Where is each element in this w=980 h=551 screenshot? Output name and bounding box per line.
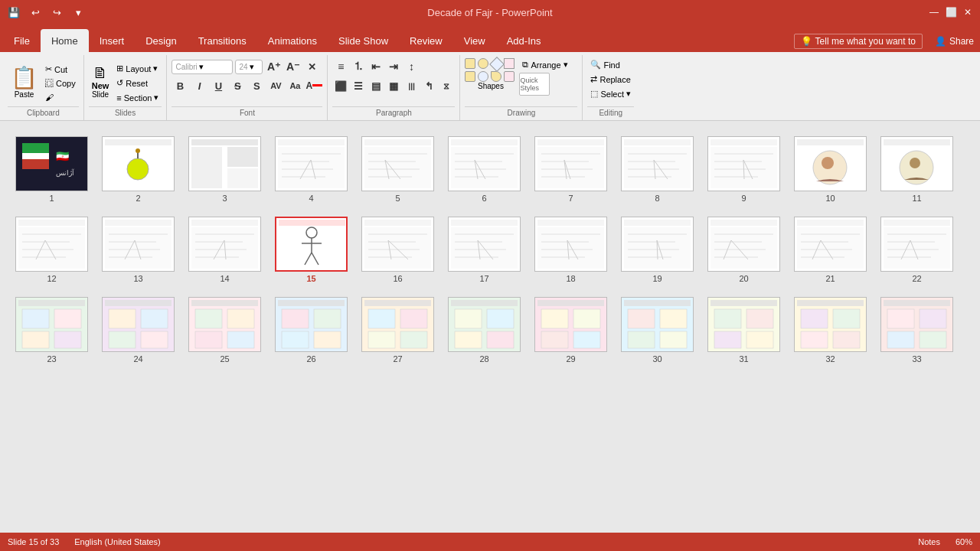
tab-transitions[interactable]: Transitions (188, 29, 257, 52)
tab-design[interactable]: Design (135, 29, 187, 52)
slide-thumb-13[interactable]: 13 (102, 217, 175, 283)
bold-button[interactable]: B (172, 77, 188, 94)
increase-font-button[interactable]: A⁺ (265, 58, 282, 75)
slide-thumb-20[interactable]: 20 (707, 217, 780, 283)
svg-rect-172 (400, 331, 427, 348)
svg-rect-38 (537, 139, 604, 145)
replace-button[interactable]: ⇄ Replace (587, 73, 634, 86)
slide-thumb-14[interactable]: 14 (188, 217, 261, 283)
ribbon-group-font: Calibri ▾ 24 ▾ A⁺ A⁻ ✕ B I U S S AV Aa A (167, 55, 328, 120)
customize-icon[interactable]: ▾ (70, 5, 86, 20)
italic-button[interactable]: I (191, 77, 207, 94)
slide-thumb-8[interactable]: 8 (621, 136, 694, 203)
section-button[interactable]: ≡ Section ▾ (113, 91, 162, 104)
slide-thumb-27[interactable]: 27 (361, 297, 434, 364)
underline-button[interactable]: U (210, 77, 227, 94)
paste-button[interactable]: 📋 Paste (8, 64, 41, 100)
slide-thumb-22[interactable]: 22 (880, 217, 953, 283)
slide-thumb-18[interactable]: 18 (534, 217, 607, 283)
reset-button[interactable]: ↺ Reset (113, 77, 162, 90)
font-color-button[interactable]: A (305, 77, 322, 94)
slide-content-21 (795, 217, 866, 271)
slide-thumb-30[interactable]: 30 (621, 297, 694, 364)
change-case-button[interactable]: Aa (286, 77, 303, 94)
slide-thumb-6[interactable]: 6 (448, 136, 521, 203)
font-name-box[interactable]: Calibri ▾ (172, 60, 233, 74)
slide-thumb-29[interactable]: 29 (534, 297, 607, 364)
slide-thumb-5[interactable]: 5 (361, 136, 434, 203)
tell-me-box[interactable]: 💡 Tell me what you want to (794, 34, 923, 49)
restore-button[interactable]: ⬜ (945, 6, 957, 18)
slide-thumb-7[interactable]: 7 (534, 136, 607, 203)
slide-thumb-4[interactable]: 4 (275, 136, 348, 203)
slide-thumb-31[interactable]: 31 (707, 297, 780, 364)
slide-thumb-15[interactable]: 15 (275, 217, 348, 283)
minimize-button[interactable]: — (928, 6, 940, 18)
line-spacing-button[interactable]: ↕ (403, 58, 420, 75)
find-button[interactable]: 🔍 Find (587, 58, 634, 71)
tab-animations[interactable]: Animations (257, 29, 328, 52)
tab-slideshow[interactable]: Slide Show (328, 29, 399, 52)
tab-addins[interactable]: Add-Ins (496, 29, 552, 52)
slide-thumb-26[interactable]: 26 (275, 297, 348, 364)
layout-button[interactable]: ⊞ Layout ▾ (113, 62, 162, 75)
tab-insert[interactable]: Insert (89, 29, 136, 52)
columns-button[interactable]: ⫼ (403, 77, 420, 94)
slide-thumb-3[interactable]: 3 (188, 136, 261, 203)
font-size-box[interactable]: 24 ▾ (235, 60, 263, 74)
notes-button[interactable]: Notes (918, 537, 940, 546)
tab-home[interactable]: Home (41, 29, 89, 52)
slide-thumb-9[interactable]: 9 (707, 136, 780, 203)
tab-view[interactable]: View (453, 29, 496, 52)
quick-styles-button[interactable]: Quick Styles (519, 73, 550, 96)
format-painter-button[interactable]: 🖌 (42, 91, 79, 103)
slide-thumb-23[interactable]: 23 (15, 297, 88, 364)
align-left-button[interactable]: ⬛ (332, 77, 349, 94)
cut-button[interactable]: ✂ Cut (42, 63, 79, 76)
arrange-button[interactable]: ⧉ Arrange ▾ (519, 58, 570, 71)
slide-thumb-1[interactable]: 🇮🇷 آژانس 1 (15, 136, 88, 203)
align-right-button[interactable]: ▤ (368, 77, 384, 94)
new-slide-button[interactable]: 🗎 New Slide (89, 63, 113, 100)
bullets-button[interactable]: ≡ (332, 58, 349, 75)
copy-label: Copy (56, 79, 76, 88)
slide-thumb-16[interactable]: 16 (361, 217, 434, 283)
slide-thumb-17[interactable]: 17 (448, 217, 521, 283)
slide-thumb-19[interactable]: 19 (621, 217, 694, 283)
slide-thumb-33[interactable]: 33 (880, 297, 953, 364)
slide-thumb-24[interactable]: 24 (102, 297, 175, 364)
slide-thumb-28[interactable]: 28 (448, 297, 521, 364)
window-title: Decade of Fajr - PowerPoint (427, 7, 552, 18)
undo-icon[interactable]: ↩ (28, 5, 43, 20)
shapes-button[interactable]: Shapes (465, 58, 516, 90)
convert-smartart-button[interactable]: ⧖ (438, 77, 455, 94)
slide-thumb-2[interactable]: 2 (102, 136, 175, 203)
increase-indent-button[interactable]: ⇥ (385, 58, 402, 75)
tab-review[interactable]: Review (399, 29, 453, 52)
tab-file[interactable]: File (3, 29, 41, 52)
shadow-button[interactable]: S (248, 77, 265, 94)
close-button[interactable]: ✕ (962, 6, 974, 18)
font-name-chevron: ▾ (199, 62, 204, 72)
decrease-font-button[interactable]: A⁻ (284, 58, 301, 75)
slide-thumb-12[interactable]: 12 (15, 217, 88, 283)
align-center-button[interactable]: ☰ (350, 77, 367, 94)
decrease-indent-button[interactable]: ⇤ (368, 58, 384, 75)
select-button[interactable]: ⬚ Select ▾ (587, 87, 634, 100)
slide-thumb-32[interactable]: 32 (794, 297, 867, 364)
share-button[interactable]: 👤 Share (929, 34, 980, 48)
slide-thumb-21[interactable]: 21 (794, 217, 867, 283)
save-icon[interactable]: 💾 (6, 5, 21, 20)
numbering-button[interactable]: ⒈ (350, 58, 367, 75)
justify-button[interactable]: ▦ (385, 77, 402, 94)
slide-thumb-25[interactable]: 25 (188, 297, 261, 364)
clear-formatting-button[interactable]: ✕ (303, 58, 320, 75)
slide-thumb-10[interactable]: 10 (794, 136, 867, 203)
redo-icon[interactable]: ↪ (49, 5, 64, 20)
copy-button[interactable]: ⿴ Copy (42, 77, 79, 90)
ribbon-tabs: File Home Insert Design Transitions Anim… (0, 24, 980, 52)
slide-thumb-11[interactable]: 11 (880, 136, 953, 203)
text-direction-button[interactable]: ↰ (420, 77, 437, 94)
char-spacing-button[interactable]: AV (267, 77, 284, 94)
strikethrough-button[interactable]: S (229, 77, 246, 94)
